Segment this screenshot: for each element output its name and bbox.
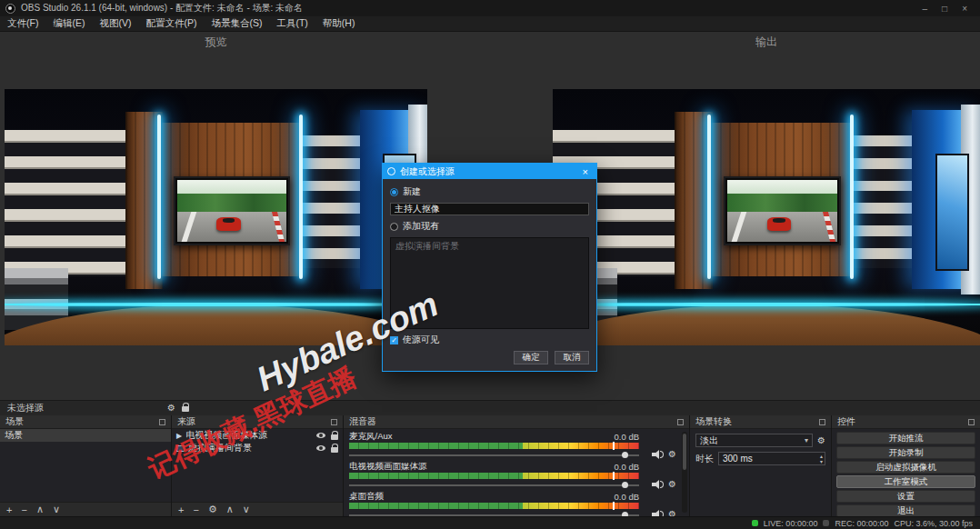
radio-create-new[interactable]: 新建: [390, 185, 589, 198]
tv-race-car: [216, 217, 240, 231]
source-properties-gear-icon[interactable]: ⚙: [208, 504, 217, 515]
menu-scene-collection[interactable]: 场景集合(S): [204, 16, 269, 31]
mixer-channel-name: 电视视频画面媒体源: [349, 461, 427, 473]
dock-float-icon[interactable]: [677, 419, 684, 425]
scene-move-down-button[interactable]: ∨: [53, 504, 60, 515]
existing-sources-list[interactable]: 虚拟演播间背景: [390, 237, 589, 329]
radio-off-icon[interactable]: [390, 223, 398, 231]
visibility-eye-icon[interactable]: [316, 433, 325, 438]
gear-icon[interactable]: ⚙: [167, 404, 175, 413]
neon-strip-right: [850, 115, 854, 278]
mixer-scrollbar[interactable]: [682, 432, 687, 513]
mixer-dock: 混音器 麦克风/Aux 0.0 dB: [344, 415, 690, 516]
title-bar: OBS Studio 26.1.1 (64-bit, windows) - 配置…: [0, 0, 980, 16]
visibility-eye-icon[interactable]: [316, 445, 325, 451]
dialog-buttons: 确定 取消: [390, 351, 589, 364]
dock-float-icon[interactable]: [968, 419, 975, 425]
mixer-gear-icon[interactable]: ⚙: [668, 480, 676, 489]
add-scene-button[interactable]: +: [6, 504, 12, 515]
sources-dock-header[interactable]: 来源: [172, 415, 343, 429]
preview-video[interactable]: [5, 89, 427, 345]
mixer-channel-db: 0.0 dB: [615, 462, 639, 472]
sources-list: ▶ 电视视频画面媒体源 虚拟演播间背景: [172, 429, 343, 502]
menu-help[interactable]: 帮助(H): [315, 16, 363, 31]
transition-select[interactable]: 淡出 ▾: [695, 434, 813, 447]
mixer-dock-header[interactable]: 混音器: [344, 415, 689, 429]
cancel-button[interactable]: 取消: [555, 351, 589, 364]
dock-float-icon[interactable]: [159, 419, 165, 425]
speaker-icon[interactable]: [652, 510, 664, 516]
source-item[interactable]: 虚拟演播间背景: [172, 442, 343, 454]
menu-edit[interactable]: 编辑(E): [45, 16, 92, 31]
mixer-channel-name: 桌面音频: [349, 491, 384, 503]
mixer-gear-icon[interactable]: ⚙: [668, 510, 676, 516]
remove-source-button[interactable]: −: [193, 504, 198, 515]
lock-icon[interactable]: [331, 447, 338, 453]
obs-window: OBS Studio 26.1.1 (64-bit, windows) - 配置…: [0, 0, 980, 529]
source-visible-checkbox-row[interactable]: ✓ 使源可见: [390, 334, 589, 346]
duration-spinner[interactable]: 300 ms ▴▾: [718, 452, 825, 465]
radio-add-existing[interactable]: 添加现有: [390, 220, 589, 233]
transitions-dock-title: 场景转换: [695, 415, 732, 428]
volume-meter: [349, 443, 639, 449]
settings-button[interactable]: 设置: [836, 490, 975, 503]
mixer-gear-icon[interactable]: ⚙: [668, 450, 676, 459]
existing-source-item[interactable]: 虚拟演播间背景: [391, 238, 588, 255]
controls-body: 开始推流 开始录制 启动虚拟摄像机 工作室模式 设置 退出: [832, 429, 980, 516]
speaker-icon[interactable]: [652, 450, 664, 459]
start-virtual-camera-button[interactable]: 启动虚拟摄像机: [836, 461, 975, 474]
tv-trees: [727, 194, 837, 212]
program-video[interactable]: [553, 89, 980, 345]
transition-gear-icon[interactable]: ⚙: [817, 436, 825, 445]
slider-handle[interactable]: [622, 452, 628, 458]
live-indicator-icon: [752, 520, 758, 526]
dock-float-icon[interactable]: [331, 419, 337, 425]
source-name-input[interactable]: [390, 203, 589, 215]
scene-item-label: 场景: [5, 429, 23, 442]
mixer-channel-db: 0.0 dB: [615, 492, 639, 502]
volume-slider[interactable]: [349, 484, 639, 486]
sources-dock: 来源 ▶ 电视视频画面媒体源 虚拟演播间背景: [172, 415, 344, 516]
source-move-down-button[interactable]: ∨: [243, 504, 250, 515]
source-item-label: 虚拟演播间背景: [188, 442, 252, 454]
scenes-dock-header[interactable]: 场景: [0, 415, 171, 429]
speaker-icon[interactable]: [652, 480, 664, 489]
controls-dock-title: 控件: [837, 415, 855, 428]
close-button[interactable]: ×: [962, 4, 967, 14]
remove-scene-button[interactable]: −: [21, 504, 26, 515]
radio-on-icon[interactable]: [390, 188, 398, 196]
menu-tools[interactable]: 工具(T): [269, 16, 315, 31]
dialog-close-button[interactable]: ×: [579, 166, 592, 177]
exit-button[interactable]: 退出: [836, 504, 975, 516]
source-item[interactable]: ▶ 电视视频画面媒体源: [172, 429, 343, 442]
menu-profile[interactable]: 配置文件(P): [138, 16, 204, 31]
dock-float-icon[interactable]: [819, 419, 825, 425]
menu-view[interactable]: 视图(V): [92, 16, 138, 31]
start-recording-button[interactable]: 开始录制: [836, 446, 975, 459]
image-source-icon: [176, 445, 185, 452]
mixer-channel-media: 电视视频画面媒体源 0.0 dB ⚙: [349, 462, 676, 490]
spinner-arrows-icon[interactable]: ▴▾: [820, 454, 823, 464]
transitions-body: 淡出 ▾ ⚙ 时长 300 ms ▴▾: [690, 429, 831, 516]
transitions-dock-header[interactable]: 场景转换: [690, 415, 831, 429]
ok-button[interactable]: 确定: [514, 351, 548, 364]
minimize-button[interactable]: –: [923, 4, 928, 14]
menu-file[interactable]: 文件(F): [0, 16, 45, 31]
controls-dock-header[interactable]: 控件: [832, 415, 980, 429]
maximize-button[interactable]: □: [942, 4, 947, 14]
volume-slider[interactable]: [349, 454, 639, 456]
scene-move-up-button[interactable]: ∧: [36, 504, 44, 515]
dialog-title-bar[interactable]: 创建或选择源 ×: [383, 164, 596, 179]
slider-handle[interactable]: [622, 482, 628, 488]
scene-item[interactable]: 场景: [0, 429, 171, 442]
sources-toolbar: + − ⚙ ∧ ∨: [172, 502, 343, 516]
studio-mode-button[interactable]: 工作室模式: [836, 475, 975, 488]
add-source-button[interactable]: +: [178, 504, 184, 515]
checkbox-checked-icon[interactable]: ✓: [390, 336, 398, 344]
start-streaming-button[interactable]: 开始推流: [836, 432, 975, 444]
lock-icon[interactable]: [182, 404, 189, 414]
source-move-up-button[interactable]: ∧: [226, 504, 234, 515]
lock-icon[interactable]: [331, 434, 338, 440]
obs-logo-icon: [387, 167, 395, 175]
duration-value: 300 ms: [723, 454, 753, 464]
